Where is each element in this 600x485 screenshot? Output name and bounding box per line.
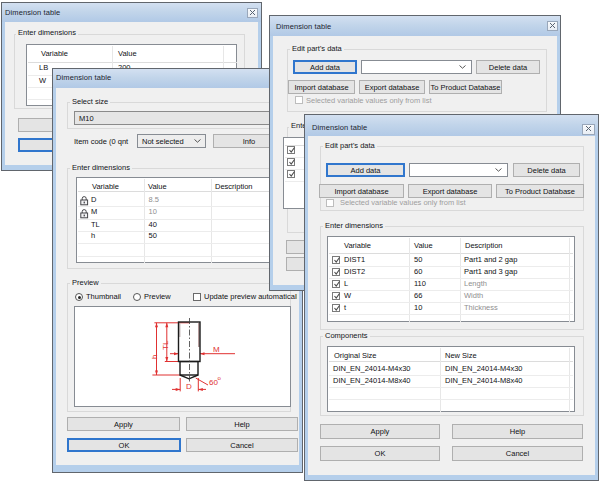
svg-text:M: M [213,345,220,354]
svg-text:o: o [218,375,222,381]
svg-text:D: D [186,382,192,391]
svg-text:TL: TL [161,340,170,350]
svg-text:h: h [150,355,159,359]
